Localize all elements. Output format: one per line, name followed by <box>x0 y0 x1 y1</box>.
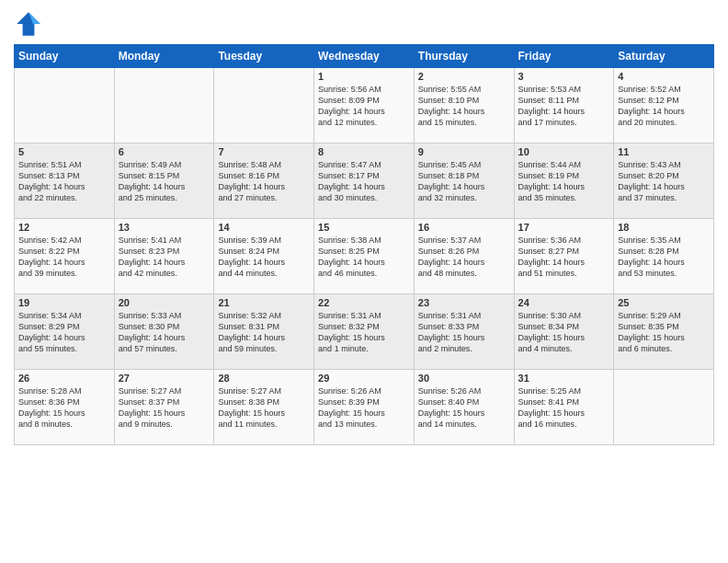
day-cell: 16Sunrise: 5:37 AM Sunset: 8:26 PM Dayli… <box>414 219 514 294</box>
day-info: Sunrise: 5:43 AM Sunset: 8:20 PM Dayligh… <box>618 159 710 204</box>
day-cell: 19Sunrise: 5:34 AM Sunset: 8:29 PM Dayli… <box>15 294 115 370</box>
day-cell: 1Sunrise: 5:56 AM Sunset: 8:09 PM Daylig… <box>314 68 415 144</box>
day-number: 31 <box>518 373 610 384</box>
day-number: 26 <box>18 373 110 384</box>
day-cell: 5Sunrise: 5:51 AM Sunset: 8:13 PM Daylig… <box>15 144 115 219</box>
day-info: Sunrise: 5:33 AM Sunset: 8:30 PM Dayligh… <box>119 310 210 355</box>
day-number: 2 <box>418 71 510 82</box>
day-cell: 6Sunrise: 5:49 AM Sunset: 8:15 PM Daylig… <box>114 144 214 219</box>
day-cell <box>15 68 115 144</box>
day-info: Sunrise: 5:52 AM Sunset: 8:12 PM Dayligh… <box>618 84 710 129</box>
day-number: 22 <box>318 297 410 308</box>
day-cell: 2Sunrise: 5:55 AM Sunset: 8:10 PM Daylig… <box>414 68 514 144</box>
calendar-body: 1Sunrise: 5:56 AM Sunset: 8:09 PM Daylig… <box>15 68 714 445</box>
week-row-5: 26Sunrise: 5:28 AM Sunset: 8:36 PM Dayli… <box>15 370 714 445</box>
day-info: Sunrise: 5:30 AM Sunset: 8:34 PM Dayligh… <box>518 310 610 355</box>
day-number: 5 <box>18 146 110 157</box>
day-number: 3 <box>518 71 610 82</box>
day-cell: 23Sunrise: 5:31 AM Sunset: 8:33 PM Dayli… <box>414 294 514 370</box>
day-info: Sunrise: 5:48 AM Sunset: 8:16 PM Dayligh… <box>218 159 310 204</box>
day-cell: 24Sunrise: 5:30 AM Sunset: 8:34 PM Dayli… <box>514 294 614 370</box>
header <box>14 9 714 39</box>
day-cell <box>114 68 214 144</box>
day-cell: 22Sunrise: 5:31 AM Sunset: 8:32 PM Dayli… <box>314 294 415 370</box>
day-cell: 13Sunrise: 5:41 AM Sunset: 8:23 PM Dayli… <box>114 219 214 294</box>
day-number: 10 <box>518 146 610 157</box>
day-info: Sunrise: 5:35 AM Sunset: 8:28 PM Dayligh… <box>618 235 710 280</box>
day-info: Sunrise: 5:27 AM Sunset: 8:37 PM Dayligh… <box>119 385 210 431</box>
day-info: Sunrise: 5:34 AM Sunset: 8:29 PM Dayligh… <box>18 310 110 355</box>
day-cell: 21Sunrise: 5:32 AM Sunset: 8:31 PM Dayli… <box>214 294 314 370</box>
day-number: 9 <box>418 146 510 157</box>
day-cell: 9Sunrise: 5:45 AM Sunset: 8:18 PM Daylig… <box>414 144 514 219</box>
day-number: 16 <box>418 222 510 233</box>
day-info: Sunrise: 5:47 AM Sunset: 8:17 PM Dayligh… <box>318 159 410 204</box>
header-row: Sunday Monday Tuesday Wednesday Thursday… <box>15 45 714 68</box>
day-number: 6 <box>119 146 210 157</box>
day-number: 27 <box>119 373 210 384</box>
day-number: 30 <box>418 373 510 384</box>
day-info: Sunrise: 5:53 AM Sunset: 8:11 PM Dayligh… <box>518 84 610 129</box>
day-number: 19 <box>18 297 110 308</box>
day-info: Sunrise: 5:36 AM Sunset: 8:27 PM Dayligh… <box>518 235 610 280</box>
day-info: Sunrise: 5:42 AM Sunset: 8:22 PM Dayligh… <box>18 235 110 280</box>
col-sunday: Sunday <box>15 45 115 68</box>
day-number: 1 <box>318 71 410 82</box>
day-cell: 25Sunrise: 5:29 AM Sunset: 8:35 PM Dayli… <box>614 294 714 370</box>
day-cell: 17Sunrise: 5:36 AM Sunset: 8:27 PM Dayli… <box>514 219 614 294</box>
day-cell: 12Sunrise: 5:42 AM Sunset: 8:22 PM Dayli… <box>15 219 115 294</box>
day-number: 13 <box>119 222 210 233</box>
col-thursday: Thursday <box>414 45 514 68</box>
week-row-4: 19Sunrise: 5:34 AM Sunset: 8:29 PM Dayli… <box>15 294 714 370</box>
day-number: 12 <box>18 222 110 233</box>
week-row-1: 1Sunrise: 5:56 AM Sunset: 8:09 PM Daylig… <box>15 68 714 144</box>
day-number: 18 <box>618 222 710 233</box>
day-info: Sunrise: 5:27 AM Sunset: 8:38 PM Dayligh… <box>218 385 310 431</box>
day-cell: 20Sunrise: 5:33 AM Sunset: 8:30 PM Dayli… <box>114 294 214 370</box>
day-info: Sunrise: 5:41 AM Sunset: 8:23 PM Dayligh… <box>119 235 210 280</box>
day-info: Sunrise: 5:45 AM Sunset: 8:18 PM Dayligh… <box>418 159 510 204</box>
col-monday: Monday <box>114 45 214 68</box>
day-cell: 27Sunrise: 5:27 AM Sunset: 8:37 PM Dayli… <box>114 370 214 445</box>
col-friday: Friday <box>514 45 614 68</box>
day-number: 17 <box>518 222 610 233</box>
day-info: Sunrise: 5:26 AM Sunset: 8:40 PM Dayligh… <box>418 385 510 431</box>
day-info: Sunrise: 5:32 AM Sunset: 8:31 PM Dayligh… <box>218 310 310 355</box>
week-row-2: 5Sunrise: 5:51 AM Sunset: 8:13 PM Daylig… <box>15 144 714 219</box>
col-tuesday: Tuesday <box>214 45 314 68</box>
day-number: 11 <box>618 146 710 157</box>
day-cell: 10Sunrise: 5:44 AM Sunset: 8:19 PM Dayli… <box>514 144 614 219</box>
day-info: Sunrise: 5:25 AM Sunset: 8:41 PM Dayligh… <box>518 385 610 431</box>
page-container: Sunday Monday Tuesday Wednesday Thursday… <box>0 0 728 454</box>
day-info: Sunrise: 5:28 AM Sunset: 8:36 PM Dayligh… <box>18 385 110 431</box>
day-cell: 26Sunrise: 5:28 AM Sunset: 8:36 PM Dayli… <box>15 370 115 445</box>
calendar-table: Sunday Monday Tuesday Wednesday Thursday… <box>14 44 714 445</box>
col-wednesday: Wednesday <box>314 45 415 68</box>
day-number: 24 <box>518 297 610 308</box>
day-info: Sunrise: 5:31 AM Sunset: 8:33 PM Dayligh… <box>418 310 510 355</box>
day-cell: 18Sunrise: 5:35 AM Sunset: 8:28 PM Dayli… <box>614 219 714 294</box>
day-number: 7 <box>218 146 310 157</box>
day-info: Sunrise: 5:49 AM Sunset: 8:15 PM Dayligh… <box>119 159 210 204</box>
day-number: 28 <box>218 373 310 384</box>
day-number: 14 <box>218 222 310 233</box>
day-info: Sunrise: 5:39 AM Sunset: 8:24 PM Dayligh… <box>218 235 310 280</box>
calendar-header: Sunday Monday Tuesday Wednesday Thursday… <box>15 45 714 68</box>
day-cell: 29Sunrise: 5:26 AM Sunset: 8:39 PM Dayli… <box>314 370 415 445</box>
day-number: 20 <box>119 297 210 308</box>
week-row-3: 12Sunrise: 5:42 AM Sunset: 8:22 PM Dayli… <box>15 219 714 294</box>
col-saturday: Saturday <box>614 45 714 68</box>
day-info: Sunrise: 5:56 AM Sunset: 8:09 PM Dayligh… <box>318 84 410 129</box>
day-info: Sunrise: 5:37 AM Sunset: 8:26 PM Dayligh… <box>418 235 510 280</box>
day-cell: 14Sunrise: 5:39 AM Sunset: 8:24 PM Dayli… <box>214 219 314 294</box>
day-cell: 8Sunrise: 5:47 AM Sunset: 8:17 PM Daylig… <box>314 144 415 219</box>
day-info: Sunrise: 5:51 AM Sunset: 8:13 PM Dayligh… <box>18 159 110 204</box>
day-cell <box>214 68 314 144</box>
day-info: Sunrise: 5:29 AM Sunset: 8:35 PM Dayligh… <box>618 310 710 355</box>
day-cell: 7Sunrise: 5:48 AM Sunset: 8:16 PM Daylig… <box>214 144 314 219</box>
day-number: 29 <box>318 373 410 384</box>
day-info: Sunrise: 5:55 AM Sunset: 8:10 PM Dayligh… <box>418 84 510 129</box>
day-cell: 30Sunrise: 5:26 AM Sunset: 8:40 PM Dayli… <box>414 370 514 445</box>
day-cell <box>614 370 714 445</box>
day-number: 25 <box>618 297 710 308</box>
